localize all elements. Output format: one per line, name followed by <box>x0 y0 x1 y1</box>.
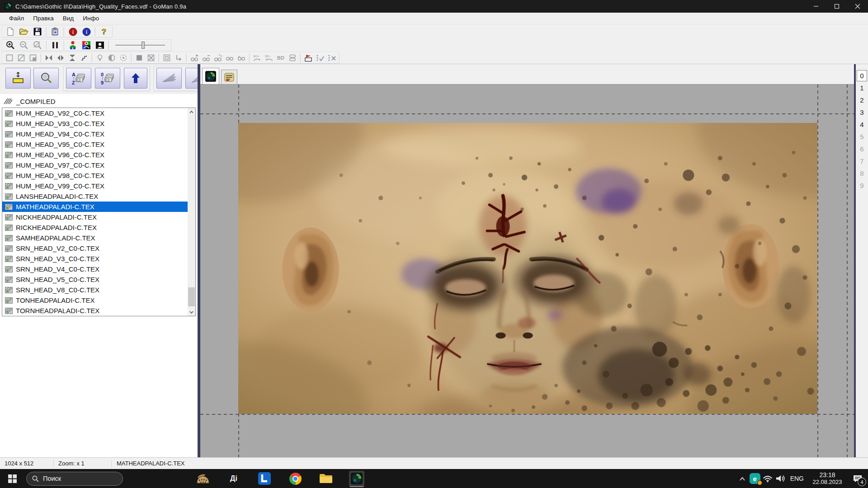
preview-alpha-button[interactable] <box>80 40 93 51</box>
export-flag-button[interactable] <box>302 52 314 63</box>
fan-tool-button[interactable] <box>156 68 182 89</box>
app-explorer-icon[interactable] <box>318 471 334 486</box>
list-item[interactable]: RICKHEADPALADI-C.TEX <box>2 222 189 233</box>
zoom-reset-button[interactable] <box>31 40 44 51</box>
mip-add-button[interactable] <box>189 52 200 63</box>
mirror-vertical-button[interactable] <box>287 52 298 63</box>
info-red-button[interactable]: i <box>66 26 80 37</box>
list-item[interactable]: MATHEADPALADI-C.TEX <box>2 202 189 212</box>
menu-edit[interactable]: Правка <box>28 15 58 22</box>
list-item[interactable]: LANSHEADPALADI-C.TEX <box>2 191 189 202</box>
glasses-2-button[interactable] <box>236 52 247 63</box>
canvas-size-button[interactable] <box>161 52 173 63</box>
list-item[interactable]: SAMHEADPALADI-C.TEX <box>2 233 189 243</box>
taskbar-search[interactable]: Поиск <box>26 472 123 486</box>
mip-level-7[interactable]: 7 <box>856 155 868 167</box>
taskbar-clock[interactable]: 23:18 22.08.2023 <box>807 471 847 486</box>
app-l-icon[interactable] <box>257 471 272 486</box>
tray-eset-icon[interactable]: e <box>749 469 761 488</box>
list-item[interactable]: HUM_HEAD_V95_C0-C.TEX <box>2 139 189 150</box>
list-item[interactable]: HUM_HEAD_V97_C0-C.TEX <box>2 160 189 170</box>
tab-properties-view[interactable] <box>221 70 237 84</box>
redirect-button[interactable] <box>173 52 184 63</box>
app-di-icon[interactable]: Дi <box>226 471 241 486</box>
list-item[interactable]: TORNHEADPALADI-C.TEX <box>2 305 189 316</box>
list-scrollbar[interactable] <box>188 108 195 316</box>
mip-remove-button[interactable] <box>200 52 212 63</box>
brightness-button[interactable] <box>94 52 106 63</box>
list-item[interactable]: SRN_HEAD_V2_C0-C.TEX <box>2 243 189 253</box>
mip-level-8[interactable]: 8 <box>856 167 868 179</box>
list-item[interactable]: SRN_HEAD_V5_C0-C.TEX <box>2 274 189 285</box>
scroll-thumb[interactable] <box>188 287 195 306</box>
scroll-up-arrow[interactable] <box>188 108 195 116</box>
mip-level-9[interactable]: 9 <box>856 179 868 192</box>
app-chrome-icon[interactable] <box>288 471 303 486</box>
tray-chevron-icon[interactable] <box>736 469 749 488</box>
app-colosseum-icon[interactable] <box>195 471 211 486</box>
discard-x-button[interactable] <box>326 52 338 63</box>
tray-volume-icon[interactable] <box>774 469 787 488</box>
texture-canvas[interactable] <box>200 84 854 457</box>
paste-button[interactable] <box>48 26 62 37</box>
apply-check-button[interactable] <box>314 52 326 63</box>
rotate-90-ccw-button[interactable]: 90− <box>263 52 275 63</box>
mip-clear-button[interactable] <box>212 52 224 63</box>
stairs-button[interactable] <box>78 52 90 63</box>
zoom-in-button[interactable] <box>4 40 17 51</box>
rotate-90-cw-button[interactable]: 90+ <box>251 52 263 63</box>
list-item[interactable]: HUM_HEAD_V98_C0-C.TEX <box>2 170 189 181</box>
list-item[interactable]: HUM_HEAD_V93_C0-C.TEX <box>2 118 189 129</box>
list-item[interactable]: TONHEADPALADI-C.TEX <box>2 295 189 305</box>
notification-center[interactable]: 4 <box>847 469 868 488</box>
scroll-down-arrow[interactable] <box>188 308 195 316</box>
zoom-out-button[interactable] <box>17 40 31 51</box>
glasses-button[interactable] <box>224 52 236 63</box>
list-item[interactable]: HUM_HEAD_V94_C0-C.TEX <box>2 129 189 139</box>
flip-out-button[interactable] <box>55 52 66 63</box>
dither-button[interactable] <box>118 52 129 63</box>
list-item[interactable]: HUM_HEAD_V99_C0-C.TEX <box>2 181 189 191</box>
tray-wifi-icon[interactable] <box>761 469 774 488</box>
menu-file[interactable]: Файл <box>5 15 28 22</box>
flip-in-button[interactable] <box>43 52 55 63</box>
select-slash-button[interactable] <box>15 52 27 63</box>
list-item[interactable]: HUM_HEAD_V92_C0-C.TEX <box>2 108 189 118</box>
app-goman-icon[interactable] <box>349 471 364 486</box>
list-item[interactable]: SRN_HEAD_V3_C0-C.TEX <box>2 253 189 264</box>
help-button[interactable]: ? <box>97 26 111 37</box>
compiled-header[interactable]: _COMPILED <box>0 96 198 107</box>
menu-view[interactable]: Вид <box>58 15 78 22</box>
pause-button[interactable] <box>48 40 62 51</box>
mip-level-0[interactable]: 0 <box>857 70 867 81</box>
menu-info[interactable]: Инфо <box>78 15 104 22</box>
zoom-slider[interactable] <box>115 41 165 50</box>
mip-level-1[interactable]: 1 <box>856 82 868 94</box>
maximize-button[interactable] <box>826 0 847 13</box>
select-corner-button[interactable] <box>27 52 39 63</box>
sort-size-button[interactable] <box>5 68 31 89</box>
mirror-horizontal-button[interactable]: BD <box>275 52 287 63</box>
list-item[interactable]: SRN_HEAD_V4_C0-C.TEX <box>2 264 189 274</box>
save-button[interactable] <box>31 26 44 37</box>
flip-vertical-button[interactable] <box>66 52 78 63</box>
contrast-button[interactable] <box>106 52 118 63</box>
move-up-button[interactable] <box>124 68 147 89</box>
mip-level-6[interactable]: 6 <box>856 143 868 155</box>
close-button[interactable] <box>847 0 868 13</box>
preview-rgb-button[interactable] <box>66 40 80 51</box>
info-blue-button[interactable]: i <box>80 26 93 37</box>
mip-level-2[interactable]: 2 <box>856 94 868 106</box>
select-rect-button[interactable] <box>4 52 15 63</box>
minimize-button[interactable] <box>806 0 826 13</box>
open-file-button[interactable] <box>17 26 31 37</box>
tab-texture-view[interactable] <box>202 68 219 84</box>
list-item[interactable]: SRN_HEAD_V8_C0-C.TEX <box>2 285 189 295</box>
fan-tool-2-button[interactable] <box>185 68 198 89</box>
mip-level-4[interactable]: 4 <box>856 118 868 131</box>
start-button[interactable] <box>3 469 22 488</box>
mip-level-5[interactable]: 5 <box>856 131 868 143</box>
language-indicator[interactable]: ENG <box>787 475 807 482</box>
sort-az-button[interactable]: AZ <box>66 68 91 89</box>
preview-frame-button[interactable] <box>93 40 107 51</box>
